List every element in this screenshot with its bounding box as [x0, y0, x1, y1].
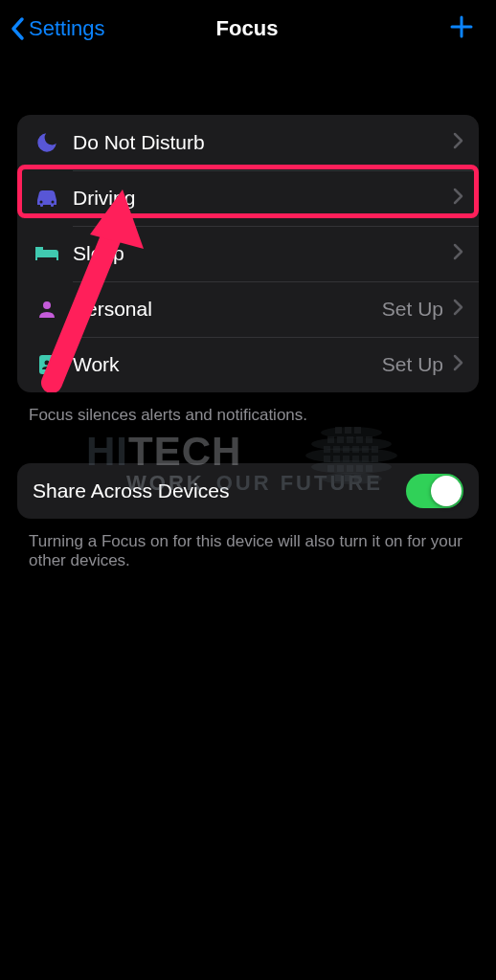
focus-row-driving[interactable]: Driving: [17, 170, 479, 226]
focus-row-personal[interactable]: Personal Set Up: [17, 281, 479, 337]
share-footer: Turning a Focus on for this device will …: [29, 532, 467, 570]
chevron-right-icon: [453, 188, 463, 209]
svg-rect-22: [352, 446, 359, 453]
svg-rect-11: [335, 427, 342, 434]
svg-rect-17: [356, 436, 363, 443]
svg-rect-20: [333, 446, 340, 453]
car-icon: [31, 188, 63, 209]
bed-icon: [31, 244, 63, 263]
svg-point-0: [40, 201, 43, 204]
back-button[interactable]: Settings: [10, 16, 124, 41]
focus-row-status: Set Up: [382, 353, 443, 376]
focus-row-dnd[interactable]: Do Not Disturb: [17, 115, 479, 170]
focus-row-label: Personal: [73, 298, 382, 321]
chevron-left-icon: [10, 16, 25, 41]
focus-row-sleep[interactable]: Sleep: [17, 226, 479, 281]
svg-rect-23: [362, 446, 369, 453]
moon-icon: [31, 130, 63, 155]
svg-rect-21: [343, 446, 349, 453]
focus-row-label: Sleep: [73, 242, 453, 265]
svg-rect-12: [345, 427, 351, 434]
chevron-right-icon: [453, 243, 463, 264]
svg-point-7: [311, 437, 392, 451]
nav-bar: Settings Focus: [0, 0, 496, 57]
person-icon: [31, 298, 63, 321]
plus-icon: [448, 13, 475, 44]
svg-rect-15: [337, 436, 344, 443]
share-group: Share Across Devices: [17, 463, 479, 519]
focus-list-footer: Focus silences alerts and notifications.: [29, 406, 467, 425]
chevron-right-icon: [453, 132, 463, 153]
svg-rect-19: [324, 446, 330, 453]
svg-rect-29: [362, 456, 369, 462]
svg-rect-26: [333, 456, 340, 462]
svg-rect-18: [366, 436, 372, 443]
focus-row-status: Set Up: [382, 298, 443, 321]
svg-point-5: [45, 361, 50, 366]
svg-point-3: [43, 301, 51, 309]
focus-row-work[interactable]: Work Set Up: [17, 337, 479, 392]
svg-point-6: [305, 448, 397, 463]
share-row: Share Across Devices: [17, 463, 479, 519]
svg-rect-24: [372, 446, 378, 453]
svg-point-1: [52, 201, 55, 204]
badge-icon: [31, 352, 63, 377]
svg-rect-14: [327, 436, 334, 443]
focus-row-label: Do Not Disturb: [73, 131, 453, 154]
share-toggle[interactable]: [406, 474, 463, 508]
share-label: Share Across Devices: [33, 479, 229, 502]
svg-rect-25: [324, 456, 330, 462]
add-button[interactable]: [370, 13, 485, 44]
svg-point-2: [38, 250, 42, 254]
focus-list: Do Not Disturb Driving Sleep Personal Se…: [17, 115, 479, 392]
svg-rect-16: [347, 436, 353, 443]
svg-rect-28: [352, 456, 359, 462]
chevron-right-icon: [453, 299, 463, 320]
focus-row-label: Work: [73, 353, 382, 376]
svg-rect-13: [354, 427, 361, 434]
focus-row-label: Driving: [73, 187, 453, 210]
svg-point-9: [321, 427, 382, 438]
page-title: Focus: [124, 16, 370, 41]
back-label: Settings: [29, 16, 105, 41]
svg-rect-27: [343, 456, 349, 462]
chevron-right-icon: [453, 354, 463, 375]
svg-rect-30: [372, 456, 378, 462]
toggle-knob: [431, 476, 462, 506]
